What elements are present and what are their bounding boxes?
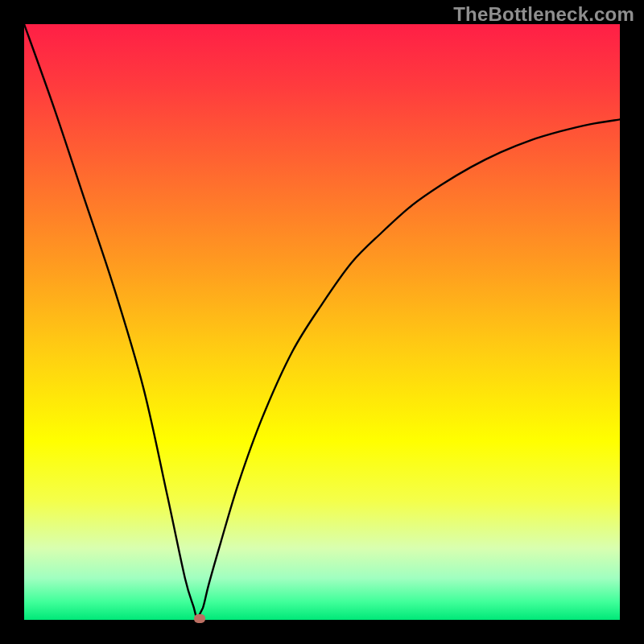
- watermark-text: TheBottleneck.com: [453, 3, 634, 26]
- gradient-background: [24, 24, 620, 620]
- chart-svg: [24, 24, 620, 620]
- optimal-point-marker: [194, 614, 205, 623]
- plot-area: [24, 24, 620, 620]
- chart-frame: TheBottleneck.com: [0, 0, 644, 644]
